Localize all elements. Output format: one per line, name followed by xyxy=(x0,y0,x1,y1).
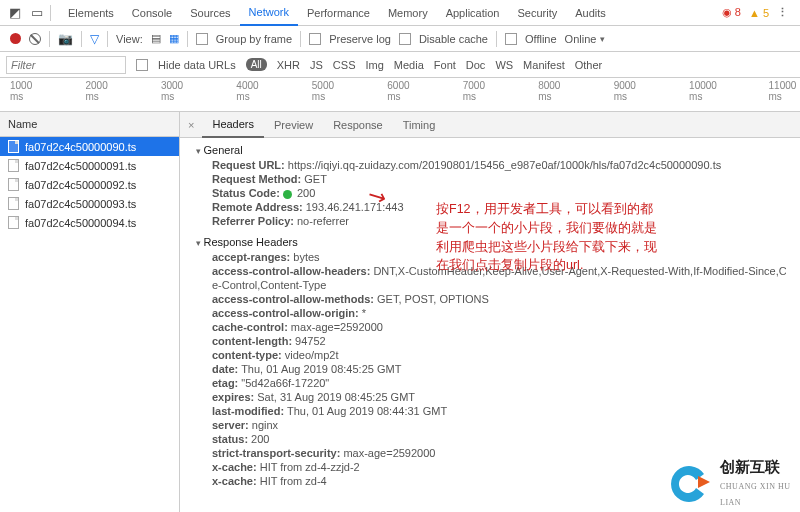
header-row: Status Code: 200 xyxy=(196,186,786,200)
section-title[interactable]: Response Headers xyxy=(196,236,786,248)
header-row: etag: "5d42a66f-17220" xyxy=(196,376,786,390)
section-title[interactable]: General xyxy=(196,144,786,156)
header-row: date: Thu, 01 Aug 2019 08:45:25 GMT xyxy=(196,362,786,376)
separator xyxy=(49,31,50,47)
file-icon xyxy=(8,216,19,229)
header-row: access-control-allow-origin: * xyxy=(196,306,786,320)
waterfall-timeline[interactable]: 1000 ms2000 ms3000 ms4000 ms5000 ms6000 … xyxy=(0,78,800,112)
separator xyxy=(50,5,51,21)
filter-type-css[interactable]: CSS xyxy=(333,59,356,71)
clear-icon[interactable] xyxy=(29,33,41,45)
device-icon[interactable]: ▭ xyxy=(28,4,46,22)
filter-type-font[interactable]: Font xyxy=(434,59,456,71)
hide-data-urls-label: Hide data URLs xyxy=(158,59,236,71)
filter-type-ws[interactable]: WS xyxy=(495,59,513,71)
tab-application[interactable]: Application xyxy=(437,0,509,26)
filter-type-xhr[interactable]: XHR xyxy=(277,59,300,71)
detail-tab-response[interactable]: Response xyxy=(323,112,393,138)
separator xyxy=(300,31,301,47)
tab-sources[interactable]: Sources xyxy=(181,0,239,26)
view-small-icon[interactable]: ▦ xyxy=(169,32,179,45)
file-icon xyxy=(8,140,19,153)
filter-input[interactable] xyxy=(6,56,126,74)
filter-type-img[interactable]: Img xyxy=(365,59,383,71)
group-by-frame-checkbox[interactable] xyxy=(196,33,208,45)
header-row: access-control-allow-headers: DNT,X-Cust… xyxy=(196,264,786,278)
error-count[interactable]: ◉ 8 xyxy=(722,6,741,19)
tab-memory[interactable]: Memory xyxy=(379,0,437,26)
devtools-top-bar: ◩ ▭ ElementsConsoleSourcesNetworkPerform… xyxy=(0,0,800,26)
main-area: Name fa07d2c4c50000090.tsfa07d2c4c500000… xyxy=(0,112,800,512)
tab-security[interactable]: Security xyxy=(508,0,566,26)
filter-type-doc[interactable]: Doc xyxy=(466,59,486,71)
request-row[interactable]: fa07d2c4c50000090.ts xyxy=(0,137,179,156)
details-panel: × HeadersPreviewResponseTiming General R… xyxy=(180,112,800,512)
detail-tab-timing[interactable]: Timing xyxy=(393,112,446,138)
header-row: e-Control,Content-Type xyxy=(196,278,786,292)
close-icon[interactable]: × xyxy=(180,119,202,131)
request-name: fa07d2c4c50000094.ts xyxy=(25,217,136,229)
warnings-area: ◉ 8 ▲ 5 ⋮ xyxy=(722,6,800,19)
header-row: Referrer Policy: no-referrer xyxy=(196,214,786,228)
header-row: server: nginx xyxy=(196,418,786,432)
filter-types: XHRJSCSSImgMediaFontDocWSManifestOther xyxy=(277,59,602,71)
filter-type-manifest[interactable]: Manifest xyxy=(523,59,565,71)
separator xyxy=(107,31,108,47)
logo-icon xyxy=(668,462,712,506)
request-row[interactable]: fa07d2c4c50000093.ts xyxy=(0,194,179,213)
request-name: fa07d2c4c50000091.ts xyxy=(25,160,136,172)
request-name: fa07d2c4c50000093.ts xyxy=(25,198,136,210)
throttling-select[interactable]: Online xyxy=(565,33,606,45)
devtools-tabs: ElementsConsoleSourcesNetworkPerformance… xyxy=(59,0,615,26)
time-tick: 6000 ms xyxy=(387,80,414,102)
filter-icon[interactable]: ▽ xyxy=(90,32,99,46)
request-row[interactable]: fa07d2c4c50000094.ts xyxy=(0,213,179,232)
detail-tab-preview[interactable]: Preview xyxy=(264,112,323,138)
offline-label: Offline xyxy=(525,33,557,45)
filter-type-js[interactable]: JS xyxy=(310,59,323,71)
svg-marker-0 xyxy=(698,476,710,488)
preserve-log-checkbox[interactable] xyxy=(309,33,321,45)
filter-type-other[interactable]: Other xyxy=(575,59,603,71)
column-header-name[interactable]: Name xyxy=(0,112,179,137)
tab-network[interactable]: Network xyxy=(240,0,298,26)
tab-console[interactable]: Console xyxy=(123,0,181,26)
preserve-log-label: Preserve log xyxy=(329,33,391,45)
file-icon xyxy=(8,197,19,210)
request-name: fa07d2c4c50000090.ts xyxy=(25,141,136,153)
tab-performance[interactable]: Performance xyxy=(298,0,379,26)
watermark-logo: 创新互联CHUANG XIN HU LIAN xyxy=(664,456,800,512)
request-row[interactable]: fa07d2c4c50000092.ts xyxy=(0,175,179,194)
filter-type-media[interactable]: Media xyxy=(394,59,424,71)
offline-checkbox[interactable] xyxy=(505,33,517,45)
header-row: content-type: video/mp2t xyxy=(196,348,786,362)
tab-elements[interactable]: Elements xyxy=(59,0,123,26)
logo-text: 创新互联CHUANG XIN HU LIAN xyxy=(720,459,796,509)
tab-audits[interactable]: Audits xyxy=(566,0,615,26)
filter-type-all[interactable]: All xyxy=(246,58,267,71)
time-tick: 1000 ms xyxy=(10,80,37,102)
disable-cache-label: Disable cache xyxy=(419,33,488,45)
view-large-icon[interactable]: ▤ xyxy=(151,32,161,45)
record-icon[interactable] xyxy=(10,33,21,44)
header-row: expires: Sat, 31 Aug 2019 08:45:25 GMT xyxy=(196,390,786,404)
file-icon xyxy=(8,178,19,191)
header-row: Request Method: GET xyxy=(196,172,786,186)
detail-tab-headers[interactable]: Headers xyxy=(202,112,264,138)
capture-screenshots-icon[interactable]: 📷 xyxy=(58,32,73,46)
hide-data-urls-checkbox[interactable] xyxy=(136,59,148,71)
warning-count[interactable]: ▲ 5 xyxy=(749,7,769,19)
view-label: View: xyxy=(116,33,143,45)
file-icon xyxy=(8,159,19,172)
general-section: General Request URL: https://iqiyi.qq-zu… xyxy=(180,138,800,230)
time-tick: 5000 ms xyxy=(312,80,339,102)
network-toolbar: 📷 ▽ View: ▤ ▦ Group by frame Preserve lo… xyxy=(0,26,800,52)
disable-cache-checkbox[interactable] xyxy=(399,33,411,45)
kebab-menu-icon[interactable]: ⋮ xyxy=(777,6,788,19)
header-row: Remote Address: 193.46.241.171:443 xyxy=(196,200,786,214)
header-row: accept-ranges: bytes xyxy=(196,250,786,264)
time-tick: 11000 ms xyxy=(769,80,800,102)
request-row[interactable]: fa07d2c4c50000091.ts xyxy=(0,156,179,175)
header-row: status: 200 xyxy=(196,432,786,446)
inspect-icon[interactable]: ◩ xyxy=(6,4,24,22)
